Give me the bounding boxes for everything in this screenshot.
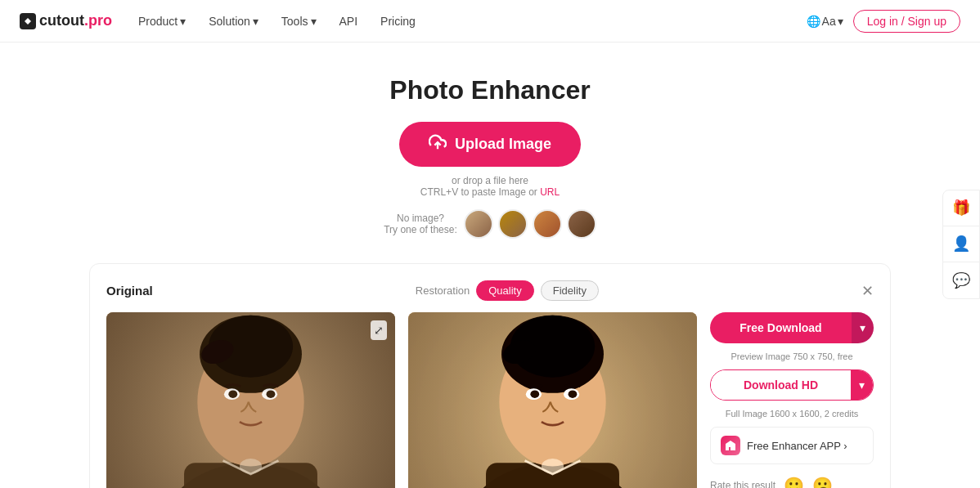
translate-icon: 🌐 bbox=[807, 15, 820, 28]
side-widgets: 🎁 👤 💬 bbox=[942, 190, 980, 299]
upload-icon bbox=[429, 133, 447, 155]
nav-solution[interactable]: Solution ▾ bbox=[209, 15, 258, 28]
crop-icon[interactable]: ⤢ bbox=[371, 320, 387, 340]
nav-right: 🌐 Aa ▾ Log in / Sign up bbox=[807, 10, 960, 33]
svg-point-15 bbox=[240, 459, 262, 474]
nav-product[interactable]: Product ▾ bbox=[138, 15, 186, 28]
free-download-group: Free Download ▾ bbox=[710, 312, 874, 343]
drop-hint: or drop a file here CTRL+V to paste Imag… bbox=[16, 175, 964, 198]
restoration-label: Restoration bbox=[416, 284, 470, 297]
result-modes: Restoration Quality Fidelity bbox=[416, 280, 599, 301]
login-button[interactable]: Log in / Sign up bbox=[853, 10, 960, 33]
language-button[interactable]: 🌐 Aa ▾ bbox=[807, 15, 843, 28]
svg-point-13 bbox=[228, 390, 237, 398]
preview-info: Preview Image 750 x 750, free bbox=[710, 351, 874, 361]
logo-icon bbox=[20, 13, 36, 29]
svg-point-29 bbox=[542, 459, 564, 474]
right-panel: Free Download ▾ Preview Image 750 x 750,… bbox=[710, 312, 874, 488]
download-hd-arrow[interactable]: ▾ bbox=[851, 370, 873, 400]
fidelity-mode-button[interactable]: Fidelity bbox=[541, 280, 599, 301]
app-button[interactable]: Free Enhancer APP › bbox=[710, 427, 874, 464]
navbar: cutout.pro Product ▾ Solution ▾ Tools ▾ … bbox=[0, 0, 980, 43]
upload-button[interactable]: Upload Image bbox=[399, 122, 581, 167]
svg-point-14 bbox=[267, 390, 276, 398]
sample-thumb-4[interactable] bbox=[567, 209, 596, 239]
url-link[interactable]: URL bbox=[540, 186, 560, 198]
full-image-info: Full Image 1600 x 1600, 2 credits bbox=[710, 409, 874, 419]
rate-row: Rate this result 🙂 😕 bbox=[710, 476, 874, 488]
sample-thumb-1[interactable] bbox=[464, 209, 493, 239]
result-card: Original Restoration Quality Fidelity ✕ bbox=[89, 263, 891, 488]
app-icon bbox=[721, 436, 740, 455]
sample-thumb-2[interactable] bbox=[498, 209, 528, 239]
original-label: Original bbox=[106, 284, 153, 298]
download-hd-button[interactable]: Download HD bbox=[711, 370, 851, 400]
free-download-button[interactable]: Free Download bbox=[710, 312, 852, 343]
images-row: ⤢ bbox=[106, 312, 874, 488]
thumbs-up-emoji[interactable]: 🙂 bbox=[784, 476, 804, 488]
svg-point-28 bbox=[569, 390, 578, 398]
gift-widget[interactable]: 🎁 bbox=[943, 190, 979, 226]
nav-api[interactable]: API bbox=[339, 15, 358, 28]
nav-links: Product ▾ Solution ▾ Tools ▾ API Pricing bbox=[138, 15, 807, 28]
rate-label: Rate this result bbox=[710, 480, 775, 488]
logo-text: cutout.pro bbox=[39, 12, 112, 29]
chat-widget[interactable]: 💬 bbox=[943, 262, 979, 298]
download-hd-group: Download HD ▾ bbox=[710, 369, 874, 401]
close-button[interactable]: ✕ bbox=[861, 282, 874, 300]
chevron-down-icon: ▾ bbox=[838, 15, 843, 28]
nav-pricing[interactable]: Pricing bbox=[380, 15, 416, 28]
sample-thumbs bbox=[464, 209, 596, 239]
logo[interactable]: cutout.pro bbox=[20, 12, 112, 29]
thumbs-down-emoji[interactable]: 😕 bbox=[812, 476, 833, 488]
hero-section: Photo Enhancer Upload Image or drop a fi… bbox=[0, 43, 980, 255]
quality-mode-button[interactable]: Quality bbox=[476, 280, 533, 301]
nav-tools[interactable]: Tools ▾ bbox=[281, 15, 317, 28]
result-header: Original Restoration Quality Fidelity ✕ bbox=[106, 280, 874, 301]
free-download-arrow[interactable]: ▾ bbox=[852, 312, 874, 343]
chevron-down-icon: ▾ bbox=[311, 15, 317, 28]
chevron-down-icon: ▾ bbox=[253, 15, 258, 28]
sample-thumb-3[interactable] bbox=[533, 209, 562, 239]
original-photo: ⤢ bbox=[106, 312, 395, 488]
page-title: Photo Enhancer bbox=[16, 75, 964, 105]
sample-images-row: No image? Try one of these: bbox=[16, 209, 964, 239]
enhanced-photo bbox=[408, 312, 697, 488]
avatar-widget[interactable]: 👤 bbox=[943, 226, 979, 262]
chevron-down-icon: ▾ bbox=[180, 15, 186, 28]
svg-point-27 bbox=[530, 390, 539, 398]
